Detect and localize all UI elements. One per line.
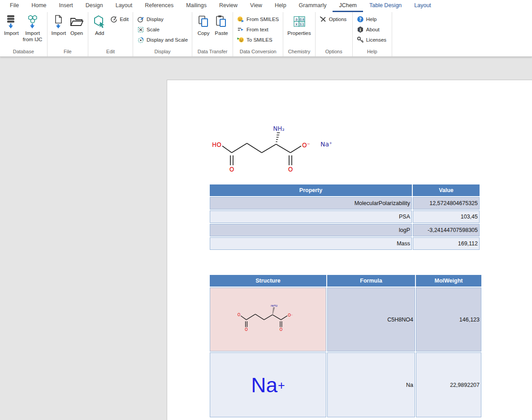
- svg-text:a: a: [295, 17, 297, 21]
- ribbon: File Home Insert Design Layout Reference…: [0, 0, 532, 57]
- text-lines-arrow-icon: [237, 26, 244, 33]
- paste-button[interactable]: Paste: [212, 13, 230, 37]
- tab-table-design[interactable]: Table Design: [363, 0, 408, 12]
- svg-text:i: i: [359, 28, 361, 32]
- ijc-hexagons-icon: [26, 14, 40, 30]
- display-icon: [137, 16, 144, 23]
- add-structure-icon: [92, 14, 107, 30]
- button-label: Display: [147, 17, 164, 22]
- tab-layout[interactable]: Layout: [109, 0, 139, 12]
- property-header: Property: [210, 184, 412, 196]
- group-label-file: File: [48, 48, 88, 56]
- table-row[interactable]: PSA 103,45: [210, 210, 480, 223]
- tab-table-layout[interactable]: Layout: [408, 0, 437, 12]
- document-canvas[interactable]: HO O O NH₂ O⁻ Na⁺ Property Value Molecul…: [0, 57, 532, 420]
- svg-text:0.4: 0.4: [299, 18, 304, 21]
- about-button[interactable]: i About: [355, 25, 388, 34]
- tab-references[interactable]: References: [138, 0, 180, 12]
- property-value: 169,112: [413, 237, 480, 250]
- table-row[interactable]: Mass 169,112: [210, 237, 480, 250]
- svg-text:3.1: 3.1: [299, 23, 304, 26]
- tab-review[interactable]: Review: [213, 0, 244, 12]
- group-chemistry: a 0.4 x 3.1 Properties Chemistry: [283, 12, 315, 56]
- property-name: Mass: [210, 237, 412, 250]
- group-label-help: Help: [353, 48, 392, 56]
- from-smiles-button[interactable]: From SMILES: [235, 14, 281, 24]
- table-row[interactable]: HO O O NH₂ O⁻ C5H8NO4 146,123: [210, 287, 481, 351]
- add-button[interactable]: Add: [91, 13, 108, 37]
- copy-button[interactable]: Copy: [195, 13, 212, 37]
- properties-button[interactable]: a 0.4 x 3.1 Properties: [285, 13, 312, 37]
- svg-text:O: O: [245, 327, 248, 332]
- button-label: Licenses: [366, 37, 386, 43]
- open-button[interactable]: Open: [68, 13, 86, 37]
- key-icon: [357, 36, 364, 43]
- button-label: Import from IJC: [22, 30, 43, 43]
- file-import-icon: [52, 14, 66, 30]
- edit-button[interactable]: Edit: [108, 14, 130, 24]
- table-row[interactable]: logP -3,24144707598305: [210, 224, 480, 236]
- sodium-ion-label: Na+: [251, 375, 285, 395]
- group-data-transfer: Copy Paste Data Transfer: [192, 12, 233, 56]
- ribbon-body: Import Import from IJC: [0, 12, 532, 56]
- tab-grammarly[interactable]: Grammarly: [293, 0, 333, 12]
- display-button[interactable]: Display: [135, 14, 190, 24]
- molweight-cell: 22,9892207: [416, 352, 481, 417]
- help-button[interactable]: ? Help: [355, 14, 388, 24]
- display-and-scale-icon: [137, 36, 144, 43]
- svg-text:HO: HO: [238, 313, 241, 317]
- tab-mailings[interactable]: Mailings: [180, 0, 213, 12]
- formula-header: Formula: [327, 275, 415, 287]
- database-import-button[interactable]: Import: [2, 13, 21, 37]
- group-database: Import Import from IJC: [0, 12, 48, 56]
- tab-help[interactable]: Help: [268, 0, 293, 12]
- structure-cell-glutamate[interactable]: HO O O NH₂ O⁻: [210, 287, 326, 351]
- button-label: Add: [95, 30, 104, 36]
- button-label: From SMILES: [247, 17, 279, 22]
- atom-label-o-left: O: [229, 166, 234, 173]
- structure-header: Structure: [210, 275, 326, 287]
- file-import-button[interactable]: Import: [50, 13, 68, 37]
- copy-icon: [196, 14, 211, 30]
- counter-ion-label: Na⁺: [320, 141, 332, 148]
- to-smiles-button[interactable]: To SMILES: [235, 35, 281, 45]
- group-file: Import Open File: [48, 12, 89, 56]
- scale-icon: [137, 26, 144, 33]
- options-button[interactable]: Options: [318, 14, 349, 24]
- group-data-conversion: From SMILES From text: [233, 12, 283, 56]
- from-text-button[interactable]: From text: [235, 25, 281, 34]
- button-label: Copy: [198, 30, 210, 36]
- svg-text:?: ?: [359, 17, 362, 22]
- button-label: Properties: [287, 30, 311, 36]
- property-table[interactable]: Property Value MolecularPolarizability 1…: [209, 184, 480, 251]
- formula-cell: C5H8NO4: [327, 287, 415, 351]
- tab-file[interactable]: File: [4, 0, 25, 12]
- button-label: Display and Scale: [147, 37, 188, 43]
- display-and-scale-button[interactable]: Display and Scale: [135, 35, 190, 45]
- tab-design[interactable]: Design: [79, 0, 109, 12]
- table-row[interactable]: Na+ Na 22,9892207: [210, 352, 481, 417]
- licenses-button[interactable]: Licenses: [355, 35, 388, 45]
- structure-cell-sodium[interactable]: Na+: [210, 352, 326, 417]
- formula-cell: Na: [327, 352, 415, 417]
- import-from-ijc-button[interactable]: Import from IJC: [21, 13, 45, 44]
- tab-insert[interactable]: Insert: [53, 0, 79, 12]
- tab-home[interactable]: Home: [25, 0, 52, 12]
- button-label: To SMILES: [247, 37, 272, 43]
- table-row[interactable]: MolecularPolarizability 12,5724804675325: [210, 197, 480, 210]
- svg-text:NH₂: NH₂: [271, 305, 278, 308]
- button-label: Paste: [215, 30, 228, 36]
- group-label-database: Database: [0, 48, 47, 56]
- atom-label-ho: HO: [212, 141, 221, 148]
- document-page[interactable]: HO O O NH₂ O⁻ Na⁺ Property Value Molecul…: [167, 80, 532, 420]
- tab-view[interactable]: View: [244, 0, 268, 12]
- molecule-structure[interactable]: HO O O NH₂ O⁻ Na⁺: [206, 120, 341, 177]
- scale-button[interactable]: Scale: [135, 25, 190, 34]
- ribbon-spacer: [392, 12, 532, 56]
- structure-table[interactable]: Structure Formula MolWeight: [209, 274, 482, 418]
- group-edit: Add Edit Edit: [88, 12, 133, 56]
- tab-jchem[interactable]: JChem: [333, 0, 363, 12]
- tools-icon: [320, 16, 327, 23]
- glutamate-structure-image: HO O O NH₂ O⁻: [238, 305, 298, 333]
- property-value: -3,24144707598305: [413, 224, 480, 236]
